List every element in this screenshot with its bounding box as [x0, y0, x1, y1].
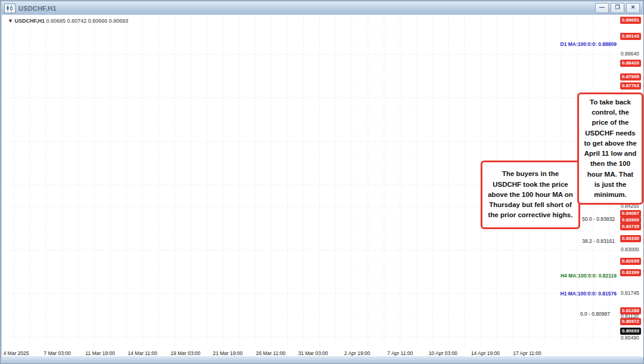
time-axis-label: 14 Mar 11:00 [128, 350, 157, 356]
fib-label-0: 0.0 - 0.80987 [580, 311, 610, 317]
price-axis-label: 0.87995 [620, 73, 641, 81]
time-axis-label: 10 Apr 03:00 [429, 350, 457, 356]
annotation-buyers-text: The buyers in the USDCHF took the price … [487, 169, 574, 220]
price-axis-label: 0.82695 [620, 258, 641, 265]
price-axis-label: 0.89143 [620, 33, 641, 40]
annotation-box-buyers[interactable]: The buyers in the USDCHF took the price … [481, 161, 580, 229]
annotation-control-text: To take back control, the price of the U… [584, 97, 637, 200]
time-axis-label: 7 Apr 11:00 [388, 350, 413, 356]
time-axis-label: 2 Apr 19:00 [344, 350, 370, 356]
current-price-label: 0.80693 [620, 328, 641, 335]
time-axis-label: 26 Mar 11:00 [256, 350, 285, 356]
time-axis-label: 7 Mar 03:00 [44, 350, 70, 356]
time-axis-label: 21 Mar 19:00 [213, 350, 243, 356]
price-axis-label: 0.81288 [620, 307, 641, 314]
ma-label-h4: H4 MA:100:0:0: 0.82119 [561, 273, 617, 279]
chart-ohlc-header: ▼ USDCHF,H1 0.80685 0.80742 0.80666 0.80… [8, 18, 128, 24]
price-axis-label: 0.80490 [621, 335, 639, 341]
status-bar [2, 356, 642, 362]
mt4-window: USDCHF,H1 — ❐ ✕ ▼ USDCHF,H1 0.80685 0.80… [0, 0, 644, 364]
time-axis-label: 4 Mar 2025 [4, 350, 29, 356]
time-axis-label: 11 Mar 19:00 [85, 350, 114, 356]
price-axis-label: 0.83330 [620, 235, 641, 242]
price-axis-label: 0.89651 [620, 17, 641, 24]
time-axis-label: 31 Mar 03:00 [298, 350, 328, 356]
price-axis-label: 0.87763 [620, 82, 641, 90]
symbol-marker-icon: ▼ [8, 18, 13, 24]
price-axis-label: 0.88640 [621, 51, 639, 57]
price-axis-label: 0.88420 [620, 60, 641, 67]
header-symbol: USDCHF,H1 [14, 18, 45, 24]
price-axis-label: 0.82399 [620, 269, 641, 276]
price-axis-label: 0.80972 [620, 318, 641, 325]
ma-label-d1: D1 MA:100:0:0: 0.88809 [561, 41, 617, 47]
fib-label-38: 38.2 - 0.83161 [582, 238, 615, 244]
time-axis-label: 14 Apr 19:00 [471, 350, 500, 356]
time-axis-label: 17 Apr 11:00 [513, 350, 541, 356]
price-axis-label: 0.83735 [620, 223, 641, 230]
annotation-box-control[interactable]: To take back control, the price of the U… [577, 92, 643, 205]
fib-label-50: 50.0 - 0.83832 [582, 216, 615, 222]
price-axis-label: 0.81745 [621, 290, 639, 297]
ma-label-h1: H1 MA:100:0:0: 0.81576 [561, 291, 617, 297]
time-axis-label: 19 Mar 03:00 [171, 350, 200, 356]
price-axis-label: 0.83000 [621, 246, 639, 253]
header-ohlc: 0.80685 0.80742 0.80666 0.80693 [46, 18, 128, 24]
